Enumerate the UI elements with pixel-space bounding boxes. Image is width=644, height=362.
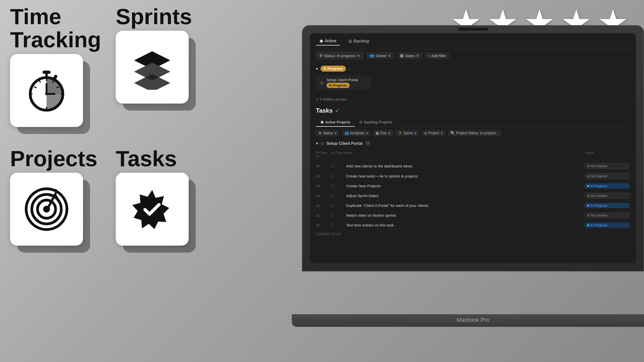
task-checkbox-46[interactable]: ☑ <box>331 164 346 168</box>
active-projects-label: Active Projects <box>325 120 350 124</box>
task-name-40: Test time entries on this task <box>346 223 585 227</box>
macbook-body: ◉ Active ◎ Backlog ⚙ Status: In progress… <box>302 25 644 272</box>
tab-backlog-projects[interactable]: ◎ Backlog Projects <box>355 118 397 127</box>
tasks-project-status-label: Project Status: In progres... <box>456 131 499 135</box>
add-filter-label: + Add filter <box>428 54 446 58</box>
backlog-tab-label: Backlog <box>354 39 369 44</box>
project-group-collapse[interactable]: ▾ <box>316 141 318 146</box>
task-name-43: Adjust Sprint Dates <box>346 194 585 198</box>
sprint-collapse-icon[interactable]: ▾ <box>316 66 318 71</box>
tasks-assignee-chevron: ∨ <box>366 131 368 135</box>
tab-active[interactable]: ◉ Active <box>316 37 340 46</box>
tasks-card-wrapper <box>116 173 191 248</box>
filter-bar: ⚙ Status: In progress ∨ 👥 Owner ∨ ▦ Date… <box>310 49 636 62</box>
status-dot <box>587 175 589 177</box>
tasks-assignee-filter[interactable]: 👥 Assignee ∨ <box>342 130 371 136</box>
complete-label: COMPLETE 0/7 <box>316 232 341 236</box>
task-name-42: Duplicate "Client A Portal" for each of … <box>346 203 585 208</box>
target-icon <box>24 187 69 232</box>
time-tracking-card-wrapper <box>10 54 86 129</box>
task-checkbox-45[interactable]: ☑ <box>331 174 346 178</box>
tab-backlog[interactable]: ◎ Backlog <box>345 37 372 45</box>
task-id-46: 46 <box>316 164 331 168</box>
tasks-due-filter[interactable]: ▦ Due ∨ <box>373 130 393 136</box>
status-dot <box>587 214 589 216</box>
task-name-44: Create New Projects <box>346 184 585 188</box>
hidden-groups-label: 5 hidden groups <box>320 97 347 101</box>
tasks-sprint-filter[interactable]: 🏃 Sprint ∨ <box>395 130 419 136</box>
sprint-item-status: In Progress <box>327 83 350 88</box>
stopwatch-icon <box>24 68 69 113</box>
sprints-card <box>116 31 189 104</box>
tasks-card <box>116 173 189 246</box>
feature-sprints: Sprints <box>116 5 221 106</box>
sprint-count: 1 <box>348 67 350 71</box>
project-group-name: Setup Client Portal <box>327 141 363 146</box>
task-checkbox-44[interactable]: ☑ <box>331 184 346 188</box>
macbook-label: Macbook Pro <box>457 317 489 323</box>
layers-icon <box>130 44 175 90</box>
tasks-project-icon: ◎ <box>424 131 427 135</box>
col-task-name-header: Aa Task name <box>331 151 585 158</box>
tasks-sprint-icon: 🏃 <box>398 131 402 135</box>
project-group-header: ▾ ◎ Setup Client Portal 7 <box>316 139 630 148</box>
tasks-filter-bar: ⚙ Status ∨ 👥 Assignee ∨ ▦ Due ∨ <box>316 130 630 136</box>
projects-card-wrapper <box>10 173 86 248</box>
owner-filter-icon: 👥 <box>369 53 374 58</box>
macbook-container: ◉ Active ◎ Backlog ⚙ Status: In progress… <box>302 25 644 327</box>
task-row: 42 ☑ Duplicate "Client A Portal" for eac… <box>316 201 630 210</box>
status-filter-chip[interactable]: ⚙ Status: In progress ∨ <box>316 52 363 59</box>
tab-active-projects[interactable]: ◉ Active Projects <box>316 118 355 127</box>
task-checkbox-42[interactable]: ☑ <box>331 203 346 208</box>
projects-title: Projects <box>10 147 97 170</box>
project-table: ▾ ◎ Setup Client Portal 7 Nº Task ID Aa … <box>316 139 630 238</box>
hidden-groups-chevron: ∨ <box>316 97 319 101</box>
time-tracking-title: Time Tracking <box>10 5 116 52</box>
col-task-id-header: Nº Task ID <box>316 151 331 158</box>
task-status-42: In Progress <box>585 203 630 208</box>
backlog-tab-icon: ◎ <box>348 38 352 44</box>
status-filter-label: Status: In progress <box>324 54 356 58</box>
tasks-project-label: Project <box>428 131 439 135</box>
tasks-status-icon: ⚙ <box>318 131 322 135</box>
add-filter-chip[interactable]: + Add filter <box>425 52 449 59</box>
tasks-assignee-icon: 👥 <box>344 131 349 135</box>
hidden-groups-link[interactable]: ∨ 5 hidden groups <box>310 95 636 104</box>
sprint-item-setup-client-portal[interactable]: ◎ Setup Client Portal In Progress <box>316 75 371 90</box>
task-row: 45 ☑ Create new tasks + tie to sprints &… <box>316 171 630 181</box>
task-row: 40 ☑ Test time entries on this task In P… <box>316 220 630 230</box>
task-checkbox-43[interactable]: ☑ <box>331 194 346 198</box>
macbook-notch <box>458 28 488 31</box>
tasks-project-status-filter[interactable]: 🔍 Project Status: In progres... <box>448 130 501 136</box>
owner-filter-label: Owner <box>376 54 387 58</box>
tasks-section: Tasks ✓ ◉ Active Projects ◎ Backlog Proj… <box>310 104 636 242</box>
dates-filter-chip[interactable]: ▦ Dates ∨ <box>397 52 422 59</box>
project-group-count: 7 <box>365 141 371 146</box>
task-row: 44 ☑ Create New Projects In Progress <box>316 181 630 191</box>
tasks-section-header: Tasks ✓ <box>316 107 630 114</box>
tasks-project-filter[interactable]: ◎ Project ∨ <box>422 130 446 136</box>
task-id-45: 45 <box>316 174 331 178</box>
badge-check-icon <box>130 187 175 232</box>
sprint-group-header: ▾ In Progress 1 <box>316 66 630 72</box>
time-tracking-card <box>10 54 83 127</box>
svg-marker-16 <box>134 74 170 90</box>
task-checkbox-40[interactable]: ☑ <box>331 223 346 228</box>
tasks-project-status-icon: 🔍 <box>451 131 455 135</box>
complete-bar: COMPLETE 0/7 <box>316 230 630 238</box>
owner-filter-chip[interactable]: 👥 Owner ∨ <box>366 52 394 59</box>
task-id-43: 43 <box>316 194 331 198</box>
tasks-tabs: ◉ Active Projects ◎ Backlog Projects <box>316 118 630 127</box>
task-checkbox-41[interactable]: ☑ <box>331 213 346 218</box>
task-id-44: 44 <box>316 184 331 188</box>
sprint-item-circle-icon: ◎ <box>320 80 324 85</box>
tasks-status-filter[interactable]: ⚙ Status ∨ <box>316 130 339 136</box>
tasks-due-icon: ▦ <box>376 131 379 135</box>
task-name-45: Create new tasks + tie to sprints & proj… <box>346 174 585 178</box>
feature-time-tracking: Time Tracking <box>10 5 116 129</box>
task-status-41: Not Started <box>585 212 630 218</box>
feature-projects: Projects <box>10 147 116 248</box>
task-status-46: Not Started <box>585 163 630 169</box>
tasks-due-chevron: ∨ <box>388 131 390 135</box>
project-group-circle: ◎ <box>320 141 324 146</box>
